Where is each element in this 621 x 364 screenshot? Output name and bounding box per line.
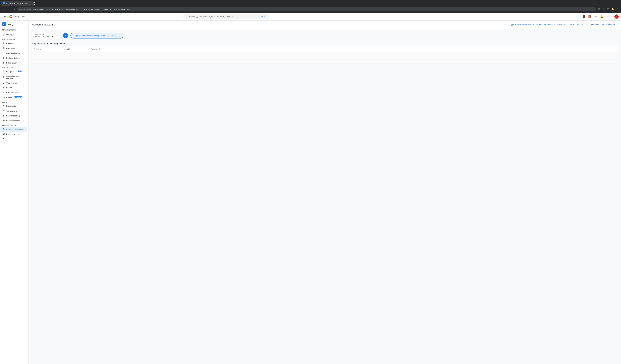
- show-info-panel-button[interactable]: SHOW INFO PANEL: [602, 24, 618, 26]
- browser-toolbar: ← → ↻ ⊡ ☆ ◫ 🔔 ⋮: [0, 6, 621, 13]
- payments-label: Payments: [0, 100, 29, 104]
- cloud-shell-button[interactable]: ⬛: [582, 14, 586, 19]
- billing-id-card[interactable]: Billing account ID 01A784-C191B0-EDCE27: [32, 32, 61, 39]
- cost-management-label: Cost management: [0, 37, 29, 41]
- close-billing-label: CLOSE BILLING ACCOUNT: [567, 24, 588, 26]
- hamburger-menu[interactable]: ☰: [2, 14, 7, 19]
- step-bubble: 5: [63, 33, 68, 38]
- toolbar-icons: ⊡ ☆ ◫ 🔔 ⋮: [597, 7, 619, 11]
- sidebar-item-cost-estimation[interactable]: Cost estimation: [0, 90, 27, 95]
- main-content: Account management 🏢 CHANGE ORGANIZATION…: [29, 21, 621, 364]
- search-button[interactable]: Search: [261, 16, 267, 18]
- learn-icon: 🎓: [591, 24, 593, 26]
- sidebar-item-budgets[interactable]: Budgets & alerts: [0, 56, 27, 60]
- actions-help-icon[interactable]: ⓘ: [98, 48, 100, 50]
- sidebar-item-release-notes[interactable]: Release Notes: [0, 132, 27, 137]
- sidebar-account-management-label: Account management: [6, 128, 24, 130]
- new-tab-button[interactable]: +: [34, 2, 35, 5]
- notifications-bell-button[interactable]: 🔔: [599, 14, 604, 19]
- browser-tab[interactable]: My Billing Account – Accoun... ✕: [1, 1, 34, 6]
- overview-icon: [2, 33, 5, 36]
- sidebar-item-account-management[interactable]: Account management: [0, 127, 27, 132]
- page-title: Account management: [32, 23, 57, 26]
- sidebar-billing-header: Billing: [0, 21, 29, 28]
- cud-icon: [2, 81, 5, 84]
- sidebar-cost-breakdown-label: Cost breakdown: [6, 52, 20, 54]
- rename-billing-button[interactable]: ✏ RENAME BILLING ACCOUNT: [536, 23, 562, 26]
- account-management-icon: [2, 128, 5, 130]
- page-body: Billing account ID 01A784-C191B0-EDCE27 …: [29, 29, 621, 67]
- three-dot-menu-2[interactable]: ⋮: [91, 59, 93, 62]
- help-button[interactable]: ?: [605, 15, 608, 19]
- search-input-wrap[interactable]: Search: [183, 14, 269, 19]
- sidebar-item-committed-discounts[interactable]: Committed use discounts...: [0, 74, 27, 80]
- sidebar-item-payment-method[interactable]: Payment method: [0, 118, 27, 123]
- three-dot-menu-1[interactable]: ⋮: [91, 54, 93, 56]
- learn-button[interactable]: 🎓 LEARN: [591, 24, 599, 26]
- header-actions: 🏢 CHANGE ORGANIZATION ✏ RENAME BILLING A…: [510, 23, 618, 26]
- address-bar[interactable]: [17, 7, 596, 11]
- search-icon: [186, 16, 188, 18]
- top-bar-actions: ⬛ 🧱 ⌨ 🔔 ? ⋮ G: [582, 14, 619, 19]
- top-bar: ☰ Google Cloud Search ⬛: [0, 13, 621, 21]
- sidebar-item-reports[interactable]: Reports: [0, 41, 27, 46]
- sidebar-item-payment-settings[interactable]: Payment settings: [0, 113, 27, 118]
- sidebar-transactions-label: Transactions: [6, 110, 17, 112]
- notifications-button[interactable]: 🔔: [611, 7, 615, 11]
- collapse-icon: ◀: [2, 138, 4, 140]
- actions-header-label: Actions: [91, 48, 97, 50]
- collapse-sidebar-button[interactable]: ◀: [0, 137, 29, 141]
- sidebar-item-cost-breakdown[interactable]: Cost breakdown: [0, 51, 27, 56]
- change-org-button[interactable]: 🏢 CHANGE ORGANIZATION: [510, 23, 534, 26]
- new-badge: NEW: [18, 71, 22, 72]
- transactions-icon: [2, 110, 5, 112]
- billing-account-row[interactable]: My Billing Account ▾: [0, 28, 29, 32]
- tab-title: My Billing Account – Accoun...: [6, 2, 29, 4]
- sidebar-finops-label: FinOps hub: [6, 70, 16, 73]
- sidebar-item-cud-analysis[interactable]: CUD analysis: [0, 80, 27, 85]
- google-cloud-text: Google Cloud: [14, 16, 26, 18]
- billing-id-step-row: Billing account ID 01A784-C191B0-EDCE27 …: [32, 32, 618, 39]
- reload-button[interactable]: ↻: [12, 7, 16, 11]
- sidebar-item-finops[interactable]: FinOps hub NEW: [0, 69, 27, 74]
- project-id-cell-1: [61, 52, 89, 58]
- projects-table: Project name Project ID Actions ⓘ: [32, 47, 618, 63]
- sidebar-item-overview[interactable]: Overview: [0, 32, 29, 37]
- sidebar-item-cost-table[interactable]: Cost table: [0, 46, 27, 51]
- sidebar-item-credits[interactable]: Credits PREVIEW: [0, 95, 27, 100]
- sidebar: Billing My Billing Account ▾ Overview Co…: [0, 21, 29, 364]
- learn-label: LEARN: [593, 24, 599, 26]
- search-input[interactable]: [189, 16, 260, 18]
- step-tooltip: Copy your connected 'Billing account ID'…: [70, 33, 123, 38]
- google-cloud-logo-icon: [9, 15, 13, 19]
- cast-button[interactable]: ⊡: [597, 7, 601, 11]
- sidebar-reports-label: Reports: [6, 42, 13, 45]
- close-tab-button[interactable]: ✕: [30, 2, 32, 5]
- settings-button[interactable]: ⋮: [609, 14, 613, 19]
- forward-button[interactable]: →: [7, 7, 11, 11]
- close-billing-icon: ⊗: [564, 23, 566, 26]
- google-cloud-logo: Google Cloud: [9, 15, 26, 19]
- back-button[interactable]: ←: [2, 7, 6, 11]
- project-id-cell-2: [61, 58, 89, 63]
- app-container: ☰ Google Cloud Search ⬛: [0, 13, 621, 364]
- cost-breakdown-icon: [2, 52, 5, 54]
- actions-cell-1[interactable]: ⋮: [89, 52, 618, 58]
- project-id-header: Project ID: [61, 47, 89, 52]
- credits-icon: [2, 96, 5, 99]
- actions-cell-2[interactable]: ⋮: [89, 58, 618, 63]
- profile-button[interactable]: ◫: [606, 7, 610, 11]
- bookmark-button[interactable]: ☆: [602, 7, 605, 11]
- sidebar-credits-label: Credits: [6, 96, 12, 99]
- sidebar-item-billing-export[interactable]: Billing export: [0, 60, 27, 65]
- payment-settings-icon: [2, 114, 5, 117]
- sidebar-item-transactions[interactable]: Transactions: [0, 109, 27, 113]
- sidebar-item-pricing[interactable]: Pricing: [0, 85, 27, 90]
- marketplace-button[interactable]: 🧱: [587, 14, 592, 19]
- close-billing-button[interactable]: ⊗ CLOSE BILLING ACCOUNT: [564, 23, 588, 26]
- sidebar-item-documents[interactable]: Documents: [0, 104, 27, 109]
- cloud-code-button[interactable]: ⌨: [593, 14, 598, 19]
- user-avatar[interactable]: G: [614, 15, 619, 19]
- more-button[interactable]: ⋮: [615, 7, 619, 11]
- sidebar-budgets-label: Budgets & alerts: [6, 57, 20, 59]
